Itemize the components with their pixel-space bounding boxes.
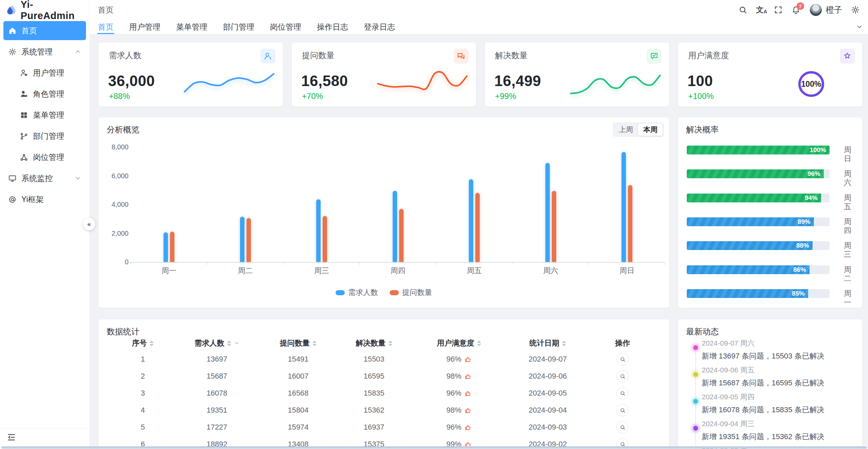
- row-view-button[interactable]: [616, 404, 629, 416]
- search-icon[interactable]: [738, 5, 747, 14]
- y-axis-tick-label: 6,000: [105, 172, 129, 180]
- row-view-button[interactable]: [616, 387, 629, 399]
- last-week-button[interactable]: 上周: [614, 123, 638, 136]
- sidebar-item-dept-management[interactable]: 部门管理: [3, 127, 86, 146]
- horizontal-scrollbar[interactable]: [1, 446, 867, 449]
- cell-demand: 15687: [179, 372, 255, 381]
- progress-track: 94%: [687, 194, 830, 202]
- progress-day-label: 周三: [844, 241, 851, 259]
- column-header-0[interactable]: 序号: [107, 338, 179, 348]
- bar-需求人数-周日[interactable]: [622, 152, 626, 262]
- bar-提问数量-周日[interactable]: [628, 185, 632, 262]
- tabs-dropdown-button[interactable]: [856, 20, 863, 34]
- row-view-button[interactable]: [616, 421, 629, 433]
- cell-action: [584, 404, 661, 416]
- progress-fill: 86%: [687, 265, 810, 274]
- progress-day-label: 周二: [844, 265, 851, 283]
- check-chat-icon: [647, 49, 662, 64]
- sidebar-item-user-management[interactable]: 用户管理: [3, 63, 86, 82]
- user-icon: [260, 49, 275, 64]
- row-view-button[interactable]: [616, 353, 629, 365]
- row-view-button[interactable]: [616, 370, 629, 382]
- cell-satisfaction: 98%: [407, 406, 511, 415]
- sidebar-item-home[interactable]: 首页: [3, 21, 86, 40]
- column-header-5[interactable]: 统计日期: [511, 338, 584, 348]
- bar-需求人数-周四[interactable]: [393, 191, 397, 262]
- x-axis-category-label: 周三: [301, 266, 342, 276]
- sidebar-item-yi-framework[interactable]: Yi框架: [3, 190, 86, 209]
- gear-icon: [8, 48, 17, 56]
- breadcrumb[interactable]: 首页: [98, 5, 114, 15]
- user-lock-icon: [20, 69, 28, 77]
- table-row: 5 17227 15974 16937 96% 2024-09-03: [107, 419, 661, 436]
- bar-需求人数-周五[interactable]: [469, 179, 473, 262]
- progress-day-label: 周四: [844, 217, 851, 235]
- bar-需求人数-周三[interactable]: [316, 199, 321, 262]
- sort-carets-icon[interactable]: [477, 340, 481, 346]
- bar-需求人数-周六[interactable]: [545, 163, 550, 262]
- username[interactable]: 橙子: [826, 4, 842, 15]
- data-statistics-panel: 数据统计 序号 需求人数 提问数量 解决数量 用户满意度 统计日期 操作 1 1…: [99, 319, 669, 449]
- sort-carets-icon[interactable]: [562, 340, 566, 346]
- tab-user-management[interactable]: 用户管理: [129, 20, 160, 34]
- sort-carets-icon[interactable]: [388, 340, 392, 346]
- fold-menu-icon[interactable]: [7, 433, 16, 442]
- fullscreen-icon[interactable]: [774, 5, 783, 14]
- bar-提问数量-周一[interactable]: [170, 232, 174, 262]
- column-header-label: 需求人数: [194, 338, 224, 348]
- sidebar-item-system-monitor[interactable]: 系统监控: [3, 169, 86, 188]
- gear-icon[interactable]: [851, 5, 860, 14]
- column-header-3[interactable]: 解决数量: [341, 338, 407, 348]
- sort-carets-icon[interactable]: [150, 340, 154, 346]
- column-header-6[interactable]: 操作: [584, 338, 661, 348]
- bar-提问数量-周六[interactable]: [552, 191, 556, 262]
- bar-提问数量-周五[interactable]: [475, 193, 480, 262]
- sidebar-item-label: 岗位管理: [33, 152, 81, 163]
- tab-home[interactable]: 首页: [98, 20, 114, 34]
- this-week-button[interactable]: 本周: [638, 123, 663, 136]
- bell-icon[interactable]: 7: [792, 5, 800, 14]
- sidebar-collapse-button[interactable]: «: [83, 218, 95, 230]
- chevron-down-icon[interactable]: [234, 340, 239, 346]
- bar-需求人数-周一[interactable]: [164, 232, 168, 262]
- cell-action: [584, 370, 661, 382]
- tab-login-log[interactable]: 登录日志: [364, 20, 395, 34]
- bar-提问数量-周三[interactable]: [323, 216, 327, 262]
- sort-carets-icon[interactable]: [312, 340, 317, 346]
- progress-day-label: 周一: [844, 289, 851, 307]
- legend-item[interactable]: 需求人数: [336, 287, 378, 298]
- sidebar-item-system-management[interactable]: 系统管理: [3, 42, 86, 61]
- bar-提问数量-周二[interactable]: [246, 218, 251, 262]
- progress-percent: 96%: [807, 170, 824, 178]
- cell-index: 4: [107, 406, 179, 415]
- tab-menu-management[interactable]: 菜单管理: [176, 20, 207, 34]
- sidebar-item-label: 系统管理: [21, 47, 74, 57]
- sort-carets-icon[interactable]: [227, 340, 231, 346]
- sidebar-item-role-management[interactable]: 角色管理: [3, 84, 86, 103]
- translate-icon[interactable]: 文A: [756, 5, 765, 14]
- role-icon: [20, 90, 28, 98]
- bar-需求人数-周二[interactable]: [240, 217, 244, 262]
- sidebar-item-post-management[interactable]: 岗位管理: [3, 148, 86, 167]
- tab-post-management[interactable]: 岗位管理: [270, 20, 301, 34]
- cell-solved: 16595: [341, 372, 407, 381]
- sidebar-item-label: 部门管理: [33, 131, 81, 142]
- progress-fill: 96%: [687, 169, 824, 178]
- column-header-2[interactable]: 提问数量: [255, 338, 341, 348]
- legend-item[interactable]: 提问数量: [390, 287, 432, 298]
- cell-action: [584, 353, 661, 365]
- sidebar-item-menu-management[interactable]: 菜单管理: [3, 105, 86, 124]
- avatar[interactable]: [810, 4, 822, 16]
- bar-提问数量-周四[interactable]: [399, 209, 404, 262]
- tab-dept-management[interactable]: 部门管理: [223, 20, 254, 34]
- cell-questions: 16568: [255, 389, 341, 398]
- panel-title: 最新动态: [686, 326, 719, 337]
- magnifier-icon: [620, 425, 626, 430]
- chevron-down-icon: [856, 23, 863, 31]
- logo-row[interactable]: Yi-PureAdmin: [0, 0, 89, 20]
- tab-operation-log[interactable]: 操作日志: [317, 20, 348, 34]
- monitor-icon: [8, 174, 17, 183]
- app-root: Yi-PureAdmin 首页 系统管理 用户管理 角色管理 菜单管理: [0, 0, 868, 449]
- column-header-1[interactable]: 需求人数: [179, 338, 255, 348]
- column-header-4[interactable]: 用户满意度: [407, 338, 511, 348]
